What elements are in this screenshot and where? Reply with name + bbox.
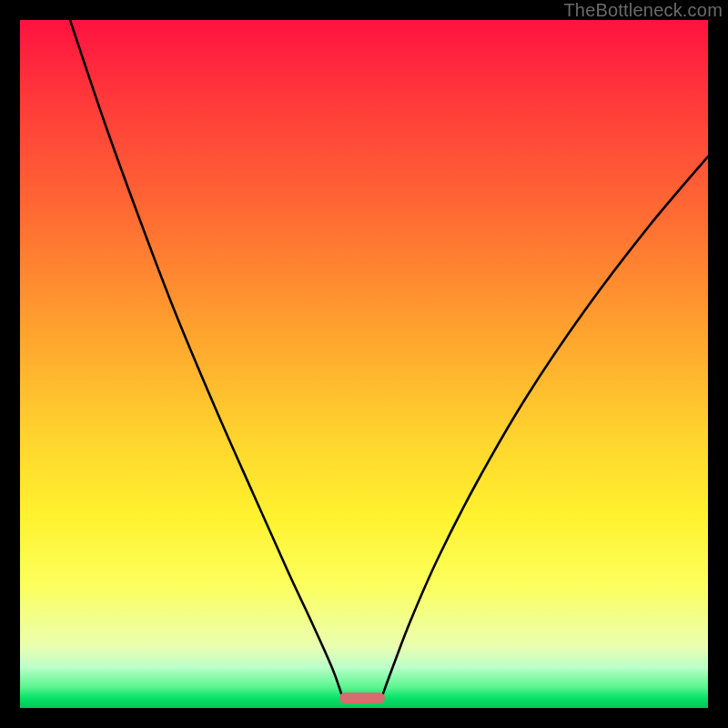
plot-area (20, 20, 708, 708)
watermark-text: TheBottleneck.com (563, 0, 723, 21)
right-curve (383, 157, 708, 693)
left-curve (70, 20, 341, 693)
chart-frame: TheBottleneck.com (0, 0, 728, 728)
bottom-marker-pill (339, 693, 385, 703)
curve-layer (20, 20, 708, 708)
